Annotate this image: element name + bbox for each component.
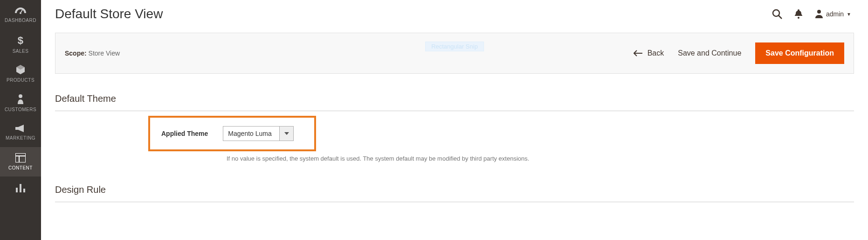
section-default-theme-title: Default Theme (55, 93, 854, 111)
sidebar-item-label: DASHBOARD (5, 18, 36, 23)
sidebar-item-content[interactable]: CONTENT (0, 147, 41, 176)
chevron-down-icon: ▼ (847, 12, 851, 17)
sidebar-item-dashboard[interactable]: DASHBOARD (0, 0, 41, 29)
sidebar-item-reports[interactable] (0, 176, 41, 195)
svg-rect-5 (15, 153, 26, 162)
search-icon[interactable] (772, 9, 782, 19)
svg-rect-1 (21, 10, 23, 13)
layout-icon (15, 153, 26, 163)
svg-rect-8 (16, 188, 18, 192)
svg-point-11 (773, 10, 779, 16)
snip-hint: Rectangular Snip (425, 42, 484, 51)
applied-theme-select[interactable]: Magento Luma (223, 126, 294, 141)
svg-rect-4 (15, 127, 16, 130)
toolbar: Scope: Store View Rectangular Snip Back … (55, 33, 854, 74)
sidebar-item-label: SALES (13, 49, 29, 54)
page-title: Default Store View (55, 7, 163, 21)
megaphone-icon (15, 124, 26, 134)
applied-theme-value: Magento Luma (223, 127, 279, 141)
username: admin (826, 10, 844, 18)
svg-point-0 (20, 12, 21, 14)
user-icon (815, 10, 823, 18)
main-content: Default Store View admin ▼ Scope: Store … (41, 0, 868, 240)
svg-point-13 (798, 17, 799, 19)
cube-icon (15, 64, 26, 76)
user-menu[interactable]: admin ▼ (815, 10, 851, 18)
select-dropdown-button[interactable] (279, 127, 293, 141)
chevron-down-icon (284, 132, 289, 135)
back-button[interactable]: Back (634, 49, 664, 57)
sidebar-item-label: PRODUCTS (7, 78, 34, 83)
sidebar-item-sales[interactable]: $ SALES (0, 29, 41, 59)
sidebar-item-label: CONTENT (8, 165, 33, 170)
section-design-rule-title: Design Rule (55, 184, 854, 202)
person-icon (17, 94, 24, 105)
dollar-icon: $ (17, 35, 24, 47)
sidebar-item-label: CUSTOMERS (5, 107, 36, 112)
scope-indicator: Scope: Store View (65, 49, 120, 57)
svg-point-3 (19, 94, 22, 98)
svg-rect-10 (23, 189, 25, 192)
svg-text:$: $ (18, 35, 24, 46)
save-continue-button[interactable]: Save and Continue (678, 49, 741, 57)
save-configuration-button[interactable]: Save Configuration (755, 42, 844, 64)
applied-theme-note: If no value is specified, the system def… (227, 155, 854, 162)
back-label: Back (648, 49, 664, 57)
sidebar: DASHBOARD $ SALES PRODUCTS CUSTOMERS MAR… (0, 0, 41, 240)
sidebar-item-marketing[interactable]: MARKETING (0, 118, 41, 147)
bell-icon[interactable] (794, 9, 803, 19)
sidebar-item-label: MARKETING (6, 135, 35, 141)
scope-value: Store View (89, 49, 120, 57)
gauge-icon (15, 7, 26, 16)
svg-rect-9 (20, 184, 21, 192)
arrow-left-icon (634, 50, 643, 56)
applied-theme-highlight: Applied Theme Magento Luma (148, 116, 316, 151)
scope-label: Scope: (65, 49, 87, 57)
sidebar-item-products[interactable]: PRODUCTS (0, 59, 41, 88)
svg-line-12 (778, 15, 782, 19)
bars-icon (16, 184, 25, 193)
sidebar-item-customers[interactable]: CUSTOMERS (0, 88, 41, 118)
applied-theme-label: Applied Theme (161, 130, 208, 137)
